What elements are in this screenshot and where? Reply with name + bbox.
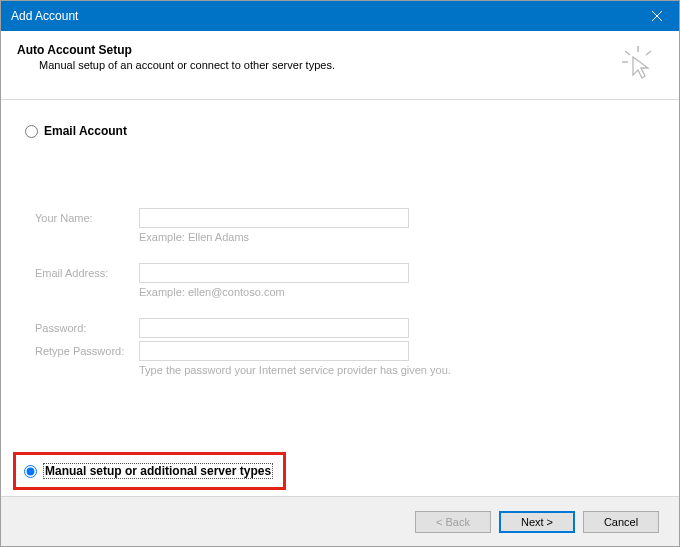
email-account-label: Email Account [44, 124, 127, 138]
svg-line-4 [646, 51, 651, 55]
account-form: Your Name: Example: Ellen Adams Email Ad… [35, 208, 659, 376]
manual-setup-label: Manual setup or additional server types [43, 463, 273, 479]
manual-setup-option[interactable]: Manual setup or additional server types [24, 463, 273, 479]
window-title: Add Account [11, 9, 78, 23]
email-label: Email Address: [35, 267, 139, 279]
cursor-click-icon [621, 45, 655, 83]
add-account-window: Add Account Auto Account Setup Manual se… [0, 0, 680, 547]
password-label: Password: [35, 322, 139, 334]
retype-password-row: Retype Password: [35, 341, 659, 361]
email-field [139, 263, 409, 283]
your-name-row: Your Name: [35, 208, 659, 228]
email-account-option[interactable]: Email Account [25, 124, 659, 138]
password-hint: Type the password your Internet service … [139, 364, 659, 376]
svg-line-3 [625, 51, 630, 55]
manual-setup-radio[interactable] [24, 465, 37, 478]
email-account-radio[interactable] [25, 125, 38, 138]
wizard-footer: < Back Next > Cancel [1, 496, 679, 546]
back-button: < Back [415, 511, 491, 533]
wizard-header: Auto Account Setup Manual setup of an ac… [1, 31, 679, 100]
email-row: Email Address: [35, 263, 659, 283]
retype-password-field [139, 341, 409, 361]
password-field [139, 318, 409, 338]
cancel-button[interactable]: Cancel [583, 511, 659, 533]
next-button[interactable]: Next > [499, 511, 575, 533]
close-icon [652, 11, 662, 21]
wizard-header-text: Auto Account Setup Manual setup of an ac… [17, 43, 621, 71]
close-button[interactable] [634, 1, 679, 31]
your-name-label: Your Name: [35, 212, 139, 224]
your-name-field [139, 208, 409, 228]
retype-password-label: Retype Password: [35, 345, 139, 357]
wizard-content: Email Account Your Name: Example: Ellen … [1, 100, 679, 496]
manual-setup-highlight: Manual setup or additional server types [13, 452, 286, 490]
wizard-subtitle: Manual setup of an account or connect to… [39, 59, 621, 71]
password-row: Password: [35, 318, 659, 338]
email-hint: Example: ellen@contoso.com [139, 286, 659, 298]
wizard-title: Auto Account Setup [17, 43, 621, 57]
your-name-hint: Example: Ellen Adams [139, 231, 659, 243]
titlebar: Add Account [1, 1, 679, 31]
